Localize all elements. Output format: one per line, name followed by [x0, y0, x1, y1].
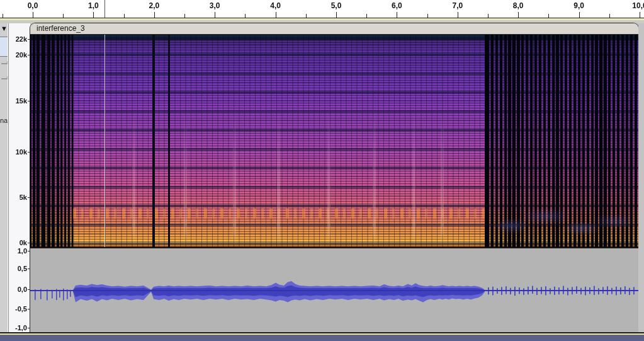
- spectrogram-burst: [373, 110, 376, 246]
- amp-ruler-label: -0,5: [15, 305, 27, 313]
- freq-ruler-label: 10k: [16, 148, 27, 156]
- spectrogram-view[interactable]: [30, 35, 638, 247]
- audio-clip: interference_3: [30, 23, 638, 332]
- spectrogram-gap-line: [152, 35, 155, 247]
- track-collapse-button[interactable]: ▼: [1, 25, 8, 32]
- spectrogram-burst: [277, 110, 280, 246]
- spectrogram-gap-line: [168, 35, 170, 247]
- timeline-label: 6,0: [392, 1, 402, 10]
- timeline-label: 5,0: [331, 1, 342, 10]
- spectrogram-noise-smudge: [490, 197, 631, 245]
- waveform-pulse: [567, 288, 568, 296]
- waveform-view[interactable]: [30, 248, 638, 332]
- timeline-major-tick: [458, 12, 458, 18]
- timeline-label: 8,0: [513, 1, 524, 10]
- timeline-major-tick: [640, 12, 640, 18]
- amp-ruler-label: 0,5: [18, 265, 27, 272]
- waveform-graphic: [30, 248, 638, 332]
- waveform-zero-line: [30, 290, 638, 291]
- timeline-major-tick: [33, 12, 33, 18]
- timeline-cursor-line: [105, 0, 105, 18]
- track-area-after-clip: [638, 23, 644, 332]
- freq-ruler-label: 0k: [20, 239, 27, 246]
- amp-ruler-label: 0,0: [18, 286, 27, 293]
- timeline-label: 3,0: [210, 1, 220, 10]
- timeline-label: 7,0: [452, 1, 463, 10]
- amp-ruler-label: -1,0: [15, 324, 27, 332]
- spectrogram-burst: [132, 110, 135, 246]
- timeline-ruler[interactable]: 0,01,02,03,04,05,06,07,08,09,010,0: [0, 0, 644, 18]
- audio-editor-window: 0,01,02,03,04,05,06,07,08,09,010,0 ▼ na …: [0, 0, 644, 341]
- timeline-major-tick: [397, 12, 397, 18]
- freq-ruler-label: 20k: [16, 51, 27, 59]
- timeline-label: 10,0: [632, 1, 644, 10]
- timeline-label: 1,0: [88, 1, 99, 10]
- waveform-pulse: [532, 286, 533, 294]
- track-info-text-fragment: na: [0, 117, 8, 124]
- spectrogram-burst: [441, 110, 444, 246]
- spectrogram-burst: [412, 110, 415, 246]
- freq-ruler-label: 22k: [16, 35, 27, 43]
- spectrogram-burst: [233, 110, 236, 246]
- bottom-panel: [0, 335, 644, 341]
- spectrogram-burst: [327, 110, 330, 246]
- vertical-scale-ruler[interactable]: 22k20k15k10k5k0k1,00,50,0-0,5-1,0: [9, 23, 30, 332]
- playback-cursor-line: [105, 35, 105, 247]
- spectrogram-left-pulses: [30, 35, 74, 247]
- timeline-major-tick: [215, 12, 215, 18]
- freq-ruler-label: 15k: [16, 97, 27, 105]
- timeline-label: 4,0: [270, 1, 281, 10]
- timeline-major-tick: [579, 12, 580, 18]
- waveform-pulse: [598, 288, 599, 294]
- timeline-major-tick: [276, 12, 276, 18]
- timeline-major-tick: [336, 12, 337, 18]
- waveform-pulse: [536, 288, 538, 295]
- amp-ruler-label: 1,0: [18, 247, 27, 255]
- clip-title-bar[interactable]: interference_3: [30, 23, 638, 35]
- waveform-pulse: [629, 288, 630, 295]
- timeline-major-tick: [93, 12, 94, 18]
- clip-title-text: interference_3: [37, 24, 85, 33]
- track-control-panel-clipped: ▼ na: [0, 23, 8, 332]
- spectrogram-burst: [184, 110, 187, 246]
- timeline-major-tick: [154, 12, 155, 18]
- timeline-major-tick: [518, 12, 519, 18]
- timeline-label: 2,0: [149, 1, 159, 10]
- timeline-label: 9,0: [573, 1, 584, 10]
- timeline-label: 0,0: [28, 1, 38, 10]
- freq-ruler-label: 5k: [20, 194, 27, 201]
- waveform-pulse: [523, 288, 524, 295]
